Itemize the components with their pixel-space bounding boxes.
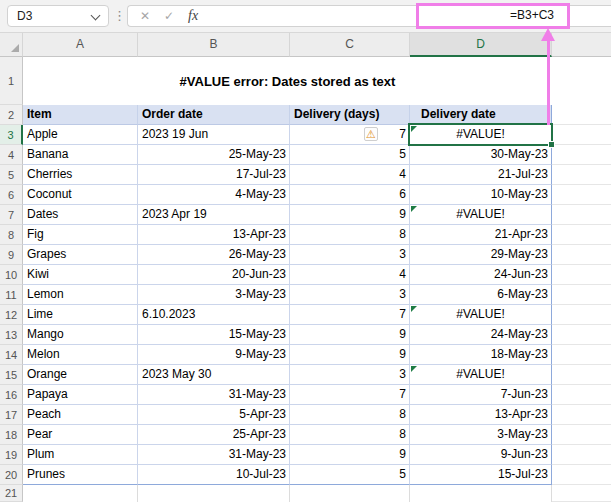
cell-item[interactable]: Cherries xyxy=(23,165,138,185)
cell-item[interactable]: Kiwi xyxy=(23,265,138,285)
cell-order-date[interactable]: 17-Jul-23 xyxy=(138,165,290,185)
cell-order-date[interactable]: 6.10.2023 xyxy=(138,305,290,325)
cell-delivery-date[interactable]: 15-Jul-23 xyxy=(410,465,552,485)
cell-item[interactable]: Fig xyxy=(23,225,138,245)
empty-cell[interactable] xyxy=(138,485,290,502)
empty-cell[interactable] xyxy=(552,325,611,345)
cell-delivery-days[interactable]: ⚠ 5 xyxy=(290,145,410,165)
cell-delivery-days[interactable]: ⚠ 7 xyxy=(290,305,410,325)
row-header[interactable]: 17 xyxy=(0,405,23,425)
cell-item[interactable]: Orange xyxy=(23,365,138,385)
row-header[interactable]: 8 xyxy=(0,225,23,245)
empty-cell[interactable] xyxy=(552,225,611,245)
column-header-c[interactable]: C xyxy=(290,33,410,57)
empty-cell[interactable] xyxy=(290,485,410,502)
cell-delivery-days[interactable]: ⚠ 4 xyxy=(290,265,410,285)
row-header[interactable]: 15 xyxy=(0,365,23,385)
row-header[interactable]: 7 xyxy=(0,205,23,225)
row-header[interactable]: 19 xyxy=(0,445,23,465)
cell-delivery-date[interactable]: #VALUE! xyxy=(410,205,552,225)
cell-delivery-date[interactable]: 6-May-23 xyxy=(410,285,552,305)
row-header[interactable]: 2 xyxy=(0,105,23,125)
cell-order-date[interactable]: 25-Apr-23 xyxy=(138,425,290,445)
cell-delivery-date[interactable]: #VALUE! xyxy=(410,305,552,325)
row-header[interactable]: 12 xyxy=(0,305,23,325)
row-header[interactable]: 16 xyxy=(0,385,23,405)
empty-cell[interactable] xyxy=(552,285,611,305)
cell-delivery-date[interactable]: 3-May-23 xyxy=(410,425,552,445)
cell-item[interactable]: Plum xyxy=(23,445,138,465)
row-header[interactable]: 10 xyxy=(0,265,23,285)
cell-delivery-days[interactable]: ⚠ 3 xyxy=(290,365,410,385)
empty-cell[interactable] xyxy=(552,145,611,165)
cell-delivery-days[interactable]: ⚠ 9 xyxy=(290,345,410,365)
cell-order-date[interactable]: 2023 19 Jun xyxy=(138,125,290,145)
cell-order-date[interactable]: 2023 Apr 19 xyxy=(138,205,290,225)
empty-cell[interactable] xyxy=(23,485,138,502)
name-box[interactable]: D3 xyxy=(7,5,109,27)
empty-cell[interactable] xyxy=(552,105,611,125)
cell-order-date[interactable]: 15-May-23 xyxy=(138,325,290,345)
empty-cell[interactable] xyxy=(410,485,552,502)
row-header[interactable]: 20 xyxy=(0,465,23,485)
cell-delivery-days[interactable]: ⚠ 4 xyxy=(290,165,410,185)
empty-cell[interactable] xyxy=(552,405,611,425)
row-header[interactable]: 6 xyxy=(0,185,23,205)
select-all-corner[interactable] xyxy=(0,33,23,57)
empty-cell[interactable] xyxy=(552,365,611,385)
row-header[interactable]: 1 xyxy=(0,57,23,105)
cell-item[interactable]: Pear xyxy=(23,425,138,445)
cell-order-date[interactable]: 9-May-23 xyxy=(138,345,290,365)
insert-function-icon[interactable]: fx xyxy=(188,6,198,26)
cell-delivery-date[interactable]: 24-May-23 xyxy=(410,325,552,345)
empty-cell[interactable] xyxy=(552,185,611,205)
empty-cell[interactable] xyxy=(552,425,611,445)
cell-order-date[interactable]: 13-Apr-23 xyxy=(138,225,290,245)
row-header[interactable]: 18 xyxy=(0,425,23,445)
cell-delivery-days[interactable]: ⚠ 6 xyxy=(290,185,410,205)
cell-order-date[interactable]: 3-May-23 xyxy=(138,285,290,305)
row-header[interactable]: 5 xyxy=(0,165,23,185)
header-delivery-days[interactable]: Delivery (days) xyxy=(290,105,410,125)
cell-delivery-date[interactable]: 21-Apr-23 xyxy=(410,225,552,245)
cell-delivery-date[interactable]: 18-May-23 xyxy=(410,345,552,365)
cell-delivery-date[interactable]: #VALUE! xyxy=(410,365,552,385)
cell-delivery-date[interactable]: 13-Apr-23 xyxy=(410,405,552,425)
cell-item[interactable]: Apple xyxy=(23,125,138,145)
cell-item[interactable]: Peach xyxy=(23,405,138,425)
empty-cell[interactable] xyxy=(552,57,611,105)
row-header[interactable]: 14 xyxy=(0,345,23,365)
enter-icon[interactable]: ✓ xyxy=(160,6,178,26)
cell-delivery-days[interactable]: ⚠ 9 xyxy=(290,445,410,465)
row-header[interactable]: 4 xyxy=(0,145,23,165)
chevron-down-icon[interactable] xyxy=(91,11,101,21)
cell-item[interactable]: Banana xyxy=(23,145,138,165)
column-header-b[interactable]: B xyxy=(138,33,290,57)
cell-order-date[interactable]: 25-May-23 xyxy=(138,145,290,165)
empty-cell[interactable] xyxy=(552,125,611,145)
empty-cell[interactable] xyxy=(552,485,611,502)
empty-cell[interactable] xyxy=(552,385,611,405)
empty-cell[interactable] xyxy=(552,165,611,185)
empty-cell[interactable] xyxy=(552,465,611,485)
cell-order-date[interactable]: 4-May-23 xyxy=(138,185,290,205)
cancel-icon[interactable]: ✕ xyxy=(136,6,154,26)
row-header[interactable]: 3 xyxy=(0,125,23,145)
cell-item[interactable]: Melon xyxy=(23,345,138,365)
cell-delivery-date[interactable]: 21-Jul-23 xyxy=(410,165,552,185)
cell-item[interactable]: Coconut xyxy=(23,185,138,205)
header-item[interactable]: Item xyxy=(23,105,138,125)
cell-delivery-days[interactable]: ⚠ 3 xyxy=(290,245,410,265)
empty-cell[interactable] xyxy=(552,265,611,285)
sheet-title-cell[interactable]: #VALUE error: Dates stored as text xyxy=(23,57,552,105)
cell-order-date[interactable]: 31-May-23 xyxy=(138,385,290,405)
cell-delivery-date[interactable]: #VALUE! xyxy=(410,125,552,145)
cell-order-date[interactable]: 10-Jul-23 xyxy=(138,465,290,485)
cell-delivery-date[interactable]: 9-Jun-23 xyxy=(410,445,552,465)
cell-order-date[interactable]: 26-May-23 xyxy=(138,245,290,265)
cell-delivery-date[interactable]: 30-May-23 xyxy=(410,145,552,165)
cell-delivery-days[interactable]: ⚠ 9 xyxy=(290,325,410,345)
empty-cell[interactable] xyxy=(552,245,611,265)
cell-item[interactable]: Dates xyxy=(23,205,138,225)
cell-delivery-days[interactable]: ⚠ 8 xyxy=(290,225,410,245)
